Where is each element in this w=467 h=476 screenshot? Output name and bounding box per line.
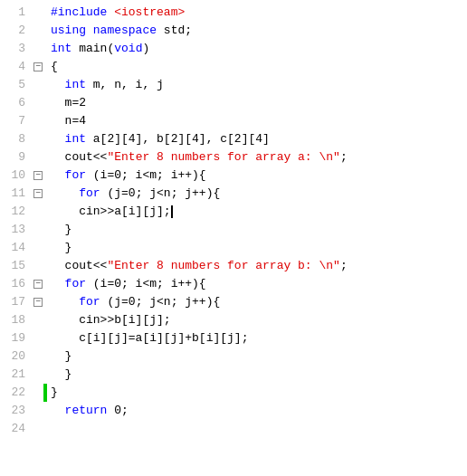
- gutter-cell[interactable]: −: [33, 167, 43, 185]
- token: main(: [79, 42, 114, 55]
- collapse-button[interactable]: −: [33, 62, 43, 71]
- gutter-cell: [33, 402, 43, 420]
- token: }: [51, 367, 71, 381]
- token: for: [65, 277, 86, 290]
- line-number: 20: [0, 347, 33, 366]
- gutter-cell: [33, 130, 43, 148]
- gutter-cell: [33, 22, 43, 40]
- token: 0;: [107, 404, 128, 417]
- code-line: #include <iostream>: [47, 4, 467, 22]
- collapse-button[interactable]: −: [33, 298, 43, 307]
- code-line: for (j=0; j<n; j++){: [47, 185, 467, 203]
- token: [51, 404, 65, 417]
- code-line: for (j=0; j<n; j++){: [47, 293, 467, 311]
- code-line: }: [47, 384, 467, 402]
- line-number: 15: [0, 257, 33, 275]
- line-number: 16: [0, 275, 33, 293]
- token: }: [51, 223, 71, 236]
- token: ;: [340, 150, 348, 164]
- token: (i=0; i<m; i++){: [86, 168, 206, 182]
- gutter-cell: [33, 384, 43, 402]
- token: #include: [51, 5, 114, 19]
- line-number: 5: [0, 76, 33, 94]
- line-number: 4: [0, 58, 33, 76]
- gutter-cell[interactable]: −: [33, 58, 43, 76]
- line-number: 2: [0, 22, 33, 40]
- token: "Enter 8 numbers for array b: \n": [107, 259, 339, 272]
- token: for: [79, 186, 100, 200]
- token: c[i][j]=a[i][j]+b[i][j];: [51, 331, 248, 345]
- token: }: [51, 241, 71, 254]
- gutter-cell[interactable]: −: [33, 185, 43, 203]
- code-lines[interactable]: #include <iostream>using namespace std;i…: [47, 0, 467, 442]
- gutter-cell: [33, 329, 43, 347]
- line-number: 6: [0, 94, 33, 112]
- gutter-cell[interactable]: −: [33, 293, 43, 311]
- line-number: 14: [0, 239, 33, 257]
- code-line: int a[2][4], b[2][4], c[2][4]: [47, 130, 467, 148]
- line-number: 9: [0, 148, 33, 167]
- gutter-cell: [33, 221, 43, 239]
- code-line: {: [47, 58, 467, 76]
- token: (j=0; j<n; j++){: [100, 186, 221, 200]
- token: std;: [164, 24, 192, 37]
- token: }: [51, 349, 71, 363]
- gutter-cell: [33, 76, 43, 94]
- line-number: 13: [0, 221, 33, 239]
- line-number: 23: [0, 402, 33, 420]
- token: cout<<: [51, 150, 107, 164]
- line-number: 17: [0, 293, 33, 311]
- token: [51, 186, 79, 200]
- line-number: 7: [0, 112, 33, 130]
- token: m=2: [51, 96, 86, 109]
- token: a[2][4], b[2][4], c[2][4]: [93, 132, 270, 146]
- token: ): [142, 42, 149, 55]
- code-line: }: [47, 239, 467, 257]
- gutter-cell: [33, 366, 43, 384]
- gutter-cell: [33, 257, 43, 275]
- line-numbers: 123456789101112131415161718192021222324: [0, 0, 33, 442]
- line-number: 24: [0, 420, 33, 438]
- line-number: 19: [0, 329, 33, 347]
- token: <iostream>: [114, 5, 185, 19]
- code-line: cout<<"Enter 8 numbers for array b: \n";: [47, 257, 467, 275]
- token: void: [114, 42, 142, 55]
- gutter-cell: [33, 239, 43, 257]
- gutter-cell: [33, 347, 43, 366]
- gutter-cell: [33, 94, 43, 112]
- code-editor: 123456789101112131415161718192021222324 …: [0, 0, 467, 476]
- token: int: [51, 132, 93, 146]
- code-line: [47, 420, 467, 438]
- token: int: [51, 78, 93, 91]
- collapse-button[interactable]: −: [33, 189, 43, 198]
- gutter-cell: [33, 112, 43, 130]
- gutter-cell: [33, 203, 43, 221]
- gutter-cell[interactable]: −: [33, 275, 43, 293]
- token: [51, 295, 79, 309]
- token: (i=0; i<m; i++){: [86, 277, 206, 290]
- token: cin>>b[i][j];: [51, 313, 171, 327]
- line-number: 1: [0, 4, 33, 22]
- code-line: return 0;: [47, 402, 467, 420]
- collapse-button[interactable]: −: [33, 280, 43, 289]
- line-number: 11: [0, 185, 33, 203]
- code-line: m=2: [47, 94, 467, 112]
- token: return: [65, 404, 108, 417]
- line-number: 18: [0, 311, 33, 329]
- gutter-cell: [33, 40, 43, 58]
- token: for: [65, 168, 86, 182]
- token: (j=0; j<n; j++){: [100, 295, 221, 309]
- collapse-button[interactable]: −: [33, 171, 43, 180]
- line-number: 22: [0, 384, 33, 402]
- cursor: [171, 205, 173, 218]
- code-line: for (i=0; i<m; i++){: [47, 275, 467, 293]
- token: [51, 277, 65, 290]
- code-line: }: [47, 221, 467, 239]
- token: cin>>a[i][j];: [51, 205, 171, 218]
- token: int: [51, 42, 79, 55]
- gutter-cell: [33, 311, 43, 329]
- gutter-cell: [33, 4, 43, 22]
- code-line: using namespace std;: [47, 22, 467, 40]
- gutter: −−−−−: [33, 0, 43, 442]
- gutter-cell: [33, 148, 43, 167]
